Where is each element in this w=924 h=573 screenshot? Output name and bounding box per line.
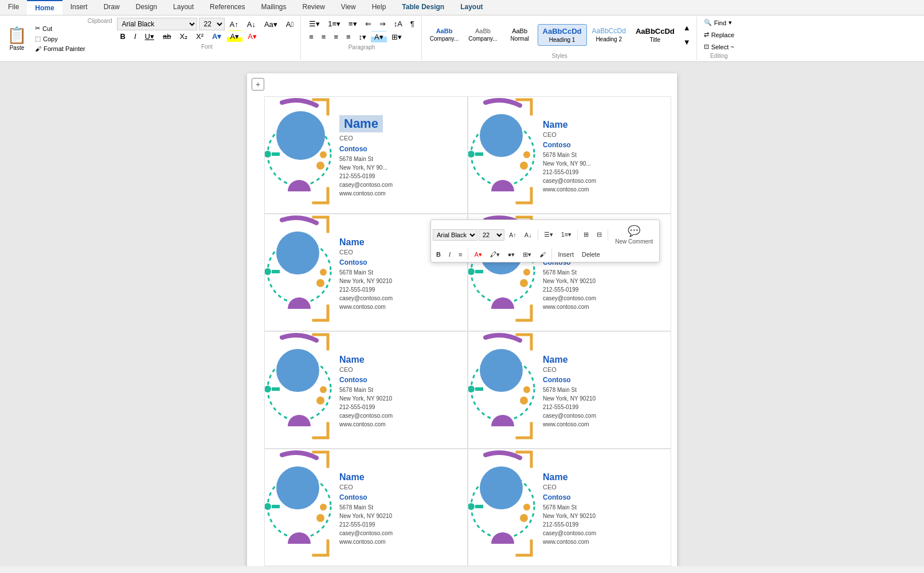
card-content: Name CEO Contoso 5678 Main St New York, … — [543, 355, 665, 429]
ftb-font-size[interactable]: 22 — [479, 229, 504, 241]
format-painter-button[interactable]: 🖌 Format Painter — [33, 44, 88, 53]
card-name[interactable]: Name — [339, 115, 383, 132]
show-formatting-button[interactable]: ¶ — [407, 18, 418, 30]
align-right-button[interactable]: ≡ — [330, 31, 342, 43]
clipboard-group-wrapper: 📋 Paste ✂ Cut ⬚ Copy 🖌 Format Pain — [2, 17, 112, 60]
align-left-button[interactable]: ≡ — [306, 31, 317, 43]
multilevel-button[interactable]: ≡▾ — [345, 18, 361, 30]
card-name[interactable]: Name — [543, 355, 665, 365]
card-company: Contoso — [339, 376, 461, 384]
card-name[interactable]: Name — [339, 472, 461, 482]
bullets-button[interactable]: ☰▾ — [306, 18, 323, 30]
paragraph-group: ☰▾ 1≡▾ ≡▾ ⇐ ⇒ ↕A ¶ ≡ ≡ ≡ ≡ ↕▾ A▾ ⊞▾ Para… — [302, 17, 422, 60]
align-center-button[interactable]: ≡ — [318, 31, 330, 43]
style-heading2[interactable]: AaBbCcDd Heading 2 — [588, 25, 631, 45]
copy-button[interactable]: ⬚ Copy — [33, 34, 88, 44]
card-address: 5678 Main St New York, NY 90210 212-555-… — [339, 268, 461, 311]
shading-button[interactable]: A▾ — [371, 31, 387, 43]
card-title: CEO — [339, 484, 461, 490]
ftb-row-2: B I ≡ A▾ 🖍▾ ●▾ ⊞▾ 🖌 Insert Delete — [433, 249, 657, 260]
new-comment-button[interactable]: 💬 New Comment — [610, 222, 657, 248]
increase-font-button[interactable]: A↑ — [226, 18, 242, 30]
card-orange-dot — [320, 386, 327, 393]
ftb-table[interactable]: ⊞ — [580, 229, 592, 240]
card-name[interactable]: Name — [543, 472, 665, 482]
ftb-row-1: Arial Black 22 A↑ A↓ ☰▾ 1≡▾ ⊞ ⊟ 💬 New Co… — [433, 222, 657, 248]
style-normal[interactable]: AaBb Normal — [503, 25, 537, 44]
biz-card: Name CEO Contoso 5678 Main St New York, … — [468, 331, 671, 449]
tab-insert[interactable]: Insert — [62, 0, 96, 15]
decrease-font-button[interactable]: A↓ — [244, 18, 259, 30]
replace-button[interactable]: ⇄ Replace — [702, 30, 737, 40]
ftb-numbering[interactable]: 1≡▾ — [558, 229, 575, 240]
font-size-select[interactable]: 22 1011121416 — [199, 18, 225, 30]
line-spacing-button[interactable]: ↕▾ — [355, 31, 370, 43]
strikethrough-button[interactable]: ab — [159, 30, 174, 42]
tab-references[interactable]: References — [202, 0, 253, 15]
font-family-select[interactable]: Arial Black Arial Calibri — [117, 18, 197, 30]
superscript-button[interactable]: X² — [193, 30, 207, 42]
styles-up-button[interactable]: ▲ — [680, 22, 694, 34]
style-title[interactable]: AaBbCcDd Title — [631, 25, 679, 45]
ftb-border[interactable]: ⊞▾ — [519, 249, 535, 260]
numbering-button[interactable]: 1≡▾ — [324, 18, 344, 30]
borders-button[interactable]: ⊞▾ — [388, 31, 405, 43]
tab-mailings[interactable]: Mailings — [253, 0, 294, 15]
ftb-more-color[interactable]: ●▾ — [504, 249, 519, 260]
style-heading1-preview: AaBbCcDd — [543, 27, 582, 36]
underline-button[interactable]: U▾ — [142, 30, 158, 42]
tab-home[interactable]: Home — [27, 0, 62, 15]
find-button[interactable]: 🔍 Find ▾ — [702, 18, 737, 28]
italic-button[interactable]: I — [131, 30, 140, 42]
ftb-increase-font[interactable]: A↑ — [506, 230, 520, 240]
clear-format-button[interactable]: A⃝ — [283, 18, 297, 30]
tab-view[interactable]: View — [333, 0, 364, 15]
decrease-indent-button[interactable]: ⇐ — [362, 18, 375, 30]
highlight-button[interactable]: A▾ — [227, 30, 243, 42]
styles-down-button[interactable]: ▼ — [680, 36, 694, 48]
font-color-button[interactable]: A▾ — [244, 30, 260, 42]
justify-button[interactable]: ≡ — [343, 31, 354, 43]
subscript-button[interactable]: X₂ — [176, 30, 191, 42]
ftb-highlight[interactable]: 🖍▾ — [487, 249, 503, 260]
svg-point-21 — [468, 386, 475, 393]
tab-draw[interactable]: Draw — [96, 0, 128, 15]
ftb-italic[interactable]: I — [445, 249, 454, 260]
tab-file[interactable]: File — [0, 0, 27, 15]
card-title: CEO — [543, 484, 665, 490]
bold-button[interactable]: B — [117, 30, 129, 42]
tab-layout[interactable]: Layout — [165, 0, 202, 15]
ftb-decrease-font[interactable]: A↓ — [521, 230, 535, 240]
text-effects-button[interactable]: A▾ — [209, 30, 225, 42]
ftb-bullets[interactable]: ☰▾ — [541, 229, 557, 240]
svg-point-27 — [316, 514, 324, 522]
tab-table-design[interactable]: Table Design — [394, 0, 452, 15]
ftb-font-color[interactable]: A▾ — [471, 249, 485, 260]
ftb-insert[interactable]: Insert — [554, 249, 577, 260]
ftb-font-family[interactable]: Arial Black — [433, 229, 477, 241]
tab-review[interactable]: Review — [295, 0, 333, 15]
ftb-align[interactable]: ≡ — [455, 249, 465, 260]
change-case-button[interactable]: Aa▾ — [261, 18, 281, 30]
style-company2[interactable]: AaBb Company... — [464, 25, 502, 44]
card-orange-dot — [320, 504, 327, 511]
card-address: 5678 Main St New York, NY 90210 212-555-… — [339, 386, 461, 429]
cut-button[interactable]: ✂ Cut — [33, 23, 88, 33]
add-handle[interactable]: + — [252, 78, 264, 91]
increase-indent-button[interactable]: ⇒ — [376, 18, 389, 30]
sort-button[interactable]: ↕A — [390, 18, 406, 30]
paste-button[interactable]: 📋 Paste — [2, 24, 32, 53]
ftb-brush[interactable]: 🖌 — [536, 249, 549, 260]
ftb-bold[interactable]: B — [433, 249, 444, 260]
select-button[interactable]: ⊡ Select ~ — [702, 42, 737, 52]
tab-layout2[interactable]: Layout — [452, 0, 491, 15]
card-name[interactable]: Name — [543, 120, 665, 130]
tab-design[interactable]: Design — [128, 0, 165, 15]
style-company1[interactable]: AaBb Company... — [425, 25, 463, 44]
card-name[interactable]: Name — [339, 355, 461, 365]
tab-help[interactable]: Help — [364, 0, 394, 15]
ftb-columns[interactable]: ⊟ — [593, 229, 605, 240]
format-painter-label: Format Painter — [44, 45, 85, 52]
ftb-delete[interactable]: Delete — [578, 249, 604, 260]
style-heading1[interactable]: AaBbCcDd Heading 1 — [538, 24, 587, 46]
